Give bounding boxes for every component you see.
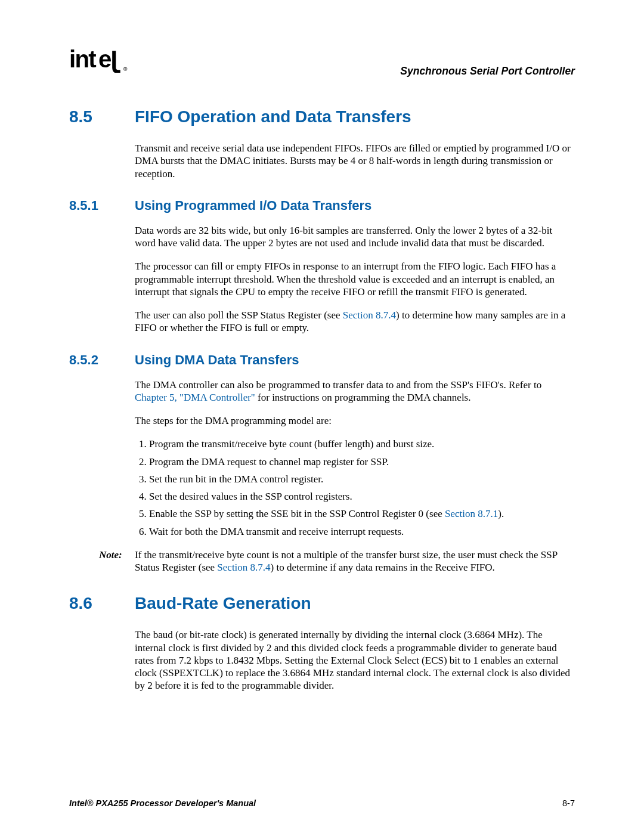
list-item: Set the desired values in the SSP contro… (149, 490, 575, 503)
intel-logo-icon: int e ® (69, 48, 132, 73)
heading-number: 8.5 (69, 107, 135, 126)
page-header: int e ® Synchronous Serial Port Controll… (69, 48, 575, 78)
page-footer: Intel® PXA255 Processor Developer's Manu… (69, 798, 575, 808)
xref-link[interactable]: Chapter 5, "DMA Controller" (135, 392, 255, 403)
list-item: Wait for both the DMA transmit and recei… (149, 525, 575, 538)
paragraph: Transmit and receive serial data use ind… (135, 142, 575, 180)
heading-number: 8.6 (69, 594, 135, 613)
paragraph: The baud (or bit-rate clock) is generate… (135, 628, 575, 692)
heading-text: Using DMA Data Transfers (135, 352, 299, 368)
section-8-5-body: Transmit and receive serial data use ind… (135, 142, 575, 180)
heading-8-5-2: 8.5.2 Using DMA Data Transfers (69, 352, 575, 368)
list-item: Program the transmit/receive byte count … (149, 438, 575, 450)
paragraph: Data words are 32 bits wide, but only 16… (135, 224, 575, 250)
xref-link[interactable]: Section 8.7.4 (343, 309, 396, 321)
list-item: Enable the SSP by setting the SSE bit in… (149, 507, 575, 520)
ordered-list: Program the transmit/receive byte count … (135, 438, 575, 538)
footer-title: Intel® PXA255 Processor Developer's Manu… (69, 798, 256, 808)
paragraph: The processor can fill or empty FIFOs in… (135, 260, 575, 298)
heading-text: FIFO Operation and Data Transfers (135, 107, 411, 126)
svg-text:int: int (69, 48, 96, 73)
heading-text: Using Programmed I/O Data Transfers (135, 198, 371, 213)
paragraph: The user can also poll the SSP Status Re… (135, 309, 575, 335)
section-8-6-body: The baud (or bit-rate clock) is generate… (135, 628, 575, 692)
list-item: Program the DMA request to channel map r… (149, 456, 575, 468)
heading-8-5: 8.5 FIFO Operation and Data Transfers (69, 107, 575, 126)
heading-8-5-1: 8.5.1 Using Programmed I/O Data Transfer… (69, 198, 575, 213)
svg-text:e: e (98, 48, 112, 73)
heading-number: 8.5.2 (69, 352, 135, 368)
page-number: 8-7 (562, 798, 575, 808)
xref-link[interactable]: Section 8.7.4 (217, 562, 270, 573)
section-8-5-1-body: Data words are 32 bits wide, but only 16… (135, 224, 575, 335)
heading-number: 8.5.1 (69, 198, 135, 213)
note-body: If the transmit/receive byte count is no… (135, 549, 575, 574)
note-label: Note: (99, 549, 135, 574)
heading-8-6: 8.6 Baud-Rate Generation (69, 594, 575, 613)
section-8-5-2-body: The DMA controller can also be programme… (135, 379, 575, 538)
paragraph: The steps for the DMA programming model … (135, 414, 575, 427)
page: int e ® Synchronous Serial Port Controll… (0, 0, 644, 833)
intel-logo: int e ® (69, 48, 132, 78)
chapter-title: Synchronous Serial Port Controller (400, 65, 575, 78)
xref-link[interactable]: Section 8.7.1 (445, 508, 498, 519)
heading-text: Baud-Rate Generation (135, 594, 311, 613)
paragraph: The DMA controller can also be programme… (135, 379, 575, 404)
svg-text:®: ® (123, 66, 128, 72)
list-item: Set the run bit in the DMA control regis… (149, 473, 575, 485)
note: Note: If the transmit/receive byte count… (99, 549, 575, 574)
